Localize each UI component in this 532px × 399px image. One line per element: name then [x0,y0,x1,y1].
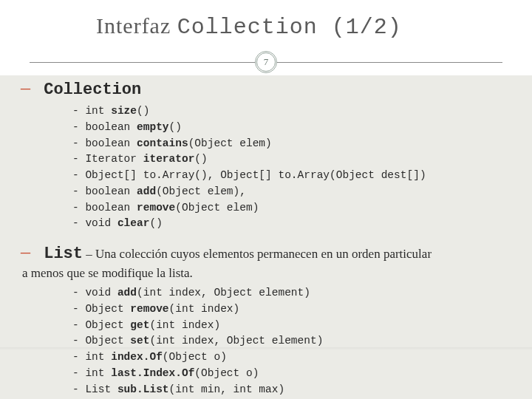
method-item: Object remove(int index) [72,301,511,318]
method-list-collection: int size()boolean empty()boolean contain… [21,102,511,239]
method-item: boolean remove(Object elem) [72,200,511,216]
content-area: – Collection int size()boolean empty()bo… [0,75,532,399]
method-list-list: void add(int index, Object element)Objec… [21,284,511,399]
title-area: Interfaz Collection (1/2) [0,0,532,47]
title-divider: 7 [30,53,502,71]
method-item: boolean empty() [72,120,511,136]
method-item: Iterator iterator() [72,151,511,168]
page-number: 7 [264,56,269,68]
slide: Interfaz Collection (1/2) 7 – Collection… [0,0,532,399]
method-item: void clear() [72,216,511,232]
slide-title: Interfaz Collection (1/2) [30,13,502,40]
method-item: Object[] to.Array(), Object[] to.Array(O… [72,168,511,184]
method-item: boolean add(Object elem), [72,184,511,200]
method-item: int last.Index.Of(Object o) [72,366,511,382]
section-title: List [44,245,83,263]
section-title: Collection [44,81,141,99]
page-number-badge: 7 [255,51,277,73]
title-word-interfaz: Interfaz [96,13,177,38]
section-head-collection: – Collection [21,75,511,102]
method-item: List sub.List(int min, int max) [72,382,511,398]
method-item: int size() [72,103,511,120]
method-item: int index.Of(Object o) [72,349,511,366]
shadow-edge [0,347,532,350]
method-item: boolean contains(Object elem) [72,136,511,152]
section-desc-continued: a menos que se modifique la lista. [21,266,511,284]
section-head-list: – List – Una colección cuyos elementos p… [21,239,511,266]
method-item: Object get(int index) [72,318,511,334]
bullet-dash: – [21,241,34,263]
section-desc-inline: – Una colección cuyos elementos permanec… [83,247,432,261]
title-word-collection: Collection (1/2) [177,15,402,40]
bullet-dash: – [21,77,34,99]
method-item: void add(int index, Object element) [72,285,511,301]
